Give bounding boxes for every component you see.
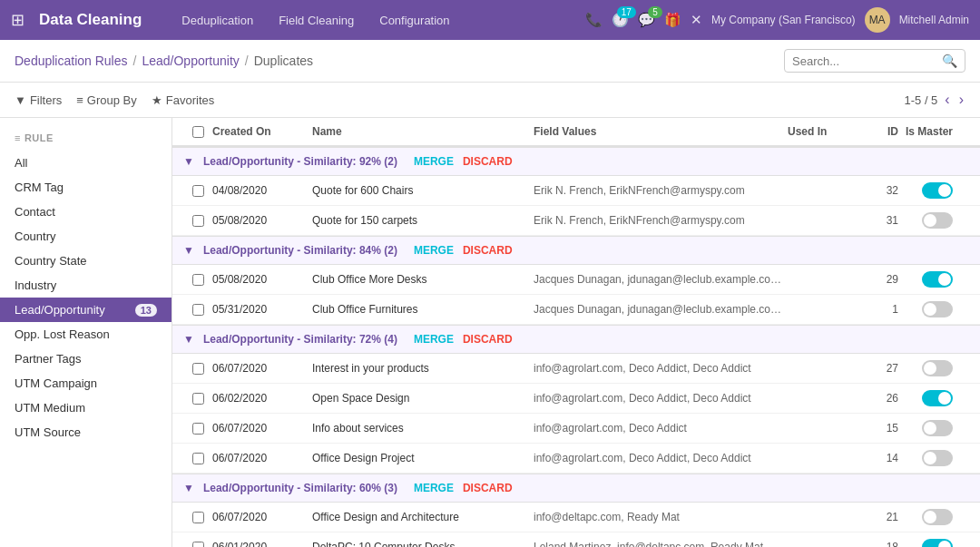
sidebar-item-utm-source[interactable]: UTM Source: [0, 420, 172, 444]
breadcrumb-sep1: /: [133, 54, 137, 68]
row-checkbox[interactable]: [192, 512, 204, 523]
pagination: 1-5 / 5 ‹ ›: [904, 90, 965, 110]
phone-icon[interactable]: 📞: [585, 12, 603, 28]
pagination-count: 1-5 / 5: [904, 93, 937, 107]
col-used-in: Used In: [788, 125, 860, 138]
sidebar-item-utm-campaign[interactable]: UTM Campaign: [0, 371, 172, 396]
nav-configuration[interactable]: Configuration: [368, 8, 460, 33]
hamburger-icon: ≡: [15, 132, 21, 143]
group-arrow-84[interactable]: ▼: [183, 244, 194, 257]
sidebar-item-country[interactable]: Country: [0, 224, 172, 249]
sidebar-item-industry[interactable]: Industry: [0, 273, 172, 298]
is-master-toggle[interactable]: [922, 182, 953, 199]
search-input[interactable]: [792, 54, 942, 68]
discard-btn-84[interactable]: DISCARD: [463, 244, 513, 257]
group-arrow-72[interactable]: ▼: [183, 333, 194, 346]
row-name: Interest in your products: [312, 362, 534, 375]
sidebar-item-contact[interactable]: Contact: [0, 200, 172, 224]
row-checkbox[interactable]: [192, 304, 204, 316]
row-checkbox[interactable]: [192, 453, 204, 464]
is-master-toggle[interactable]: [922, 390, 953, 406]
row-created: 06/07/2020: [212, 511, 312, 523]
group-arrow-92[interactable]: ▼: [183, 155, 194, 168]
next-page-button[interactable]: ›: [957, 90, 965, 110]
table-row: 06/01/2020 DeltaPC: 10 Computer Desks Le…: [172, 532, 980, 547]
is-master-toggle[interactable]: [922, 509, 953, 525]
app-grid-icon[interactable]: ⊞: [11, 10, 24, 30]
filters-button[interactable]: ▼ Filters: [15, 93, 62, 107]
row-id: 27: [860, 362, 906, 375]
search-box: 🔍: [784, 49, 965, 73]
is-master-toggle[interactable]: [922, 301, 953, 317]
is-master-toggle[interactable]: [922, 212, 953, 229]
nav-links: Deduplication Field Cleaning Configurati…: [171, 8, 571, 33]
is-master-toggle[interactable]: [922, 539, 953, 547]
discard-btn-60[interactable]: DISCARD: [463, 482, 513, 494]
filters-label: Filters: [30, 93, 62, 107]
merge-btn-84[interactable]: MERGE: [414, 244, 454, 257]
is-master-toggle[interactable]: [922, 450, 953, 466]
breadcrumb-bar: Deduplication Rules / Lead/Opportunity /…: [0, 40, 980, 83]
merge-btn-72[interactable]: MERGE: [414, 333, 454, 346]
is-master-toggle[interactable]: [922, 271, 953, 288]
is-master-toggle[interactable]: [922, 420, 953, 436]
row-checkbox[interactable]: [192, 363, 204, 375]
row-name: Info about services: [312, 422, 534, 435]
user-avatar[interactable]: MA: [865, 7, 890, 33]
row-checkbox[interactable]: [192, 393, 204, 405]
merge-btn-60[interactable]: MERGE: [414, 482, 454, 494]
header-checkbox[interactable]: [192, 126, 204, 138]
row-created: 06/07/2020: [212, 422, 312, 435]
col-name: Name: [312, 125, 534, 138]
sidebar-item-lead-opportunity[interactable]: Lead/Opportunity 13: [0, 298, 172, 322]
nav-field-cleaning[interactable]: Field Cleaning: [268, 8, 365, 33]
row-created: 05/31/2020: [212, 303, 312, 316]
row-checkbox[interactable]: [192, 185, 204, 197]
prev-page-button[interactable]: ‹: [943, 90, 951, 110]
row-id: 18: [860, 541, 906, 547]
row-fields: info@agrolart.com, Deco Addict: [534, 422, 788, 435]
table-row: 06/07/2020 Office Design Project info@ag…: [172, 444, 980, 474]
user-name: Mitchell Admin: [899, 14, 969, 26]
nav-deduplication[interactable]: Deduplication: [171, 8, 264, 33]
close-icon[interactable]: ✕: [691, 12, 702, 28]
group-row-72: ▼ Lead/Opportunity - Similarity: 72% (4)…: [172, 325, 980, 354]
message-icon[interactable]: 💬 5: [638, 12, 655, 28]
table-row: 06/07/2020 Interest in your products inf…: [172, 354, 980, 384]
breadcrumb-part2[interactable]: Lead/Opportunity: [142, 54, 239, 68]
sidebar-item-opp-lost-reason[interactable]: Opp. Lost Reason: [0, 322, 172, 347]
group-row-60: ▼ Lead/Opportunity - Similarity: 60% (3)…: [172, 474, 980, 503]
row-fields: Jacques Dunagan, jdunagan@leclub.example…: [534, 303, 788, 316]
sidebar-item-all[interactable]: All: [0, 151, 172, 175]
group-label-92: Lead/Opportunity - Similarity: 92% (2): [203, 155, 397, 168]
table-row: 06/07/2020 Info about services info@agro…: [172, 414, 980, 444]
group-row-84: ▼ Lead/Opportunity - Similarity: 84% (2)…: [172, 236, 980, 265]
sidebar-item-utm-medium[interactable]: UTM Medium: [0, 396, 172, 420]
table-row: 05/08/2020 Club Office More Desks Jacque…: [172, 265, 980, 295]
group-by-icon: ≡: [76, 93, 83, 107]
row-checkbox[interactable]: [192, 215, 204, 227]
discard-btn-92[interactable]: DISCARD: [463, 155, 513, 168]
activity-icon[interactable]: 🕐 17: [612, 12, 629, 28]
row-checkbox[interactable]: [192, 423, 204, 435]
group-arrow-60[interactable]: ▼: [183, 482, 194, 494]
row-id: 29: [860, 273, 906, 286]
app-title: Data Cleaning: [39, 11, 142, 29]
sidebar-item-crm-tag[interactable]: CRM Tag: [0, 175, 172, 200]
filter-actions: ▼ Filters ≡ Group By ★ Favorites: [15, 93, 214, 107]
table-header: Created On Name Field Values Used In ID …: [172, 118, 980, 147]
group-by-button[interactable]: ≡ Group By: [76, 93, 137, 107]
row-fields: Jacques Dunagan, jdunagan@leclub.example…: [534, 273, 788, 286]
gift-icon[interactable]: 🎁: [664, 12, 681, 28]
sidebar-item-country-state[interactable]: Country State: [0, 249, 172, 273]
discard-btn-72[interactable]: DISCARD: [463, 333, 513, 346]
row-checkbox[interactable]: [192, 542, 204, 548]
row-checkbox[interactable]: [192, 274, 204, 286]
is-master-toggle[interactable]: [922, 360, 953, 376]
merge-btn-92[interactable]: MERGE: [414, 155, 454, 168]
breadcrumb-part1[interactable]: Deduplication Rules: [15, 54, 128, 68]
favorites-button[interactable]: ★ Favorites: [152, 93, 214, 107]
row-id: 1: [860, 303, 906, 316]
sidebar-item-partner-tags[interactable]: Partner Tags: [0, 347, 172, 371]
row-created: 06/01/2020: [212, 541, 312, 547]
